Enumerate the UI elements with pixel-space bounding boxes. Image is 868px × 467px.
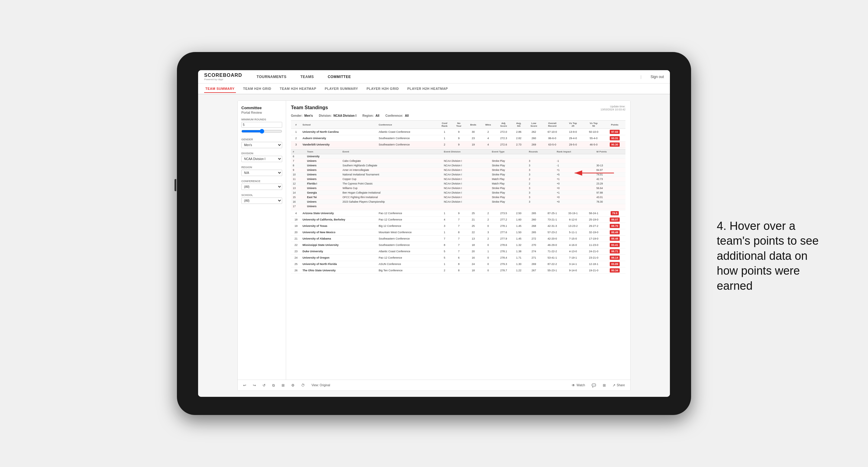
table-row[interactable]: 24University of OregonPac-12 Conference5…	[291, 255, 625, 261]
cell-vs50: 58-24-1	[583, 210, 604, 217]
sidebar-select-school[interactable]: (All)	[241, 197, 282, 204]
comment-button[interactable]: 💬	[590, 383, 598, 388]
col-conference: Conference	[377, 121, 437, 129]
sidebar-section-gender: Gender Men's Women's	[241, 138, 282, 148]
watch-icon: 👁	[571, 383, 575, 387]
sidebar-select-conference[interactable]: (All)	[241, 184, 282, 190]
logo-sub: Powered by clippi	[204, 78, 242, 81]
exp-col-type: Event Type	[490, 149, 527, 154]
sidebar-select-gender[interactable]: Men's Women's	[241, 142, 282, 148]
filter-division-value: NCAA Division I	[334, 114, 356, 117]
tab-player-h2h-heatmap[interactable]: PLAYER H2H HEATMAP	[406, 85, 449, 93]
filter-gender-label: Gender:	[291, 114, 303, 117]
table-row[interactable]: 19University of TexasBig 12 Conference37…	[291, 223, 625, 229]
expanded-table-row: 17Univers	[291, 204, 625, 209]
sidebar: Committee Portal Review Minimum Rounds G…	[238, 101, 286, 380]
cell-adj-score: 272.3	[495, 135, 512, 142]
tab-team-summary[interactable]: TEAM SUMMARY	[204, 85, 236, 93]
exp-col-num: #	[291, 149, 305, 154]
cell-points[interactable]: 79.5	[604, 210, 625, 217]
cell-points[interactable]: 93.31	[604, 135, 625, 142]
table-row[interactable]: 20University of New MexicoMountain West …	[291, 229, 625, 236]
tab-player-h2h-grid[interactable]: PLAYER H2H GRID	[365, 85, 400, 93]
cell-overall: 87-25-1	[542, 210, 562, 217]
undo-button[interactable]: ↩	[241, 383, 248, 388]
tablet-side-button[interactable]	[175, 179, 176, 191]
table-row[interactable]: 25University of North FloridaASUN Confer…	[291, 261, 625, 268]
filter-conference-value: All	[405, 114, 409, 117]
filter-gender-value: Men's	[304, 114, 313, 117]
table-row[interactable]: 18University of California, BerkeleyPac-…	[291, 217, 625, 223]
col-vs25: Vs Top25	[562, 121, 583, 129]
table-row[interactable]: 1 University of North Carolina Atlantic …	[291, 129, 625, 135]
col-school: School	[301, 121, 377, 129]
update-time-label: Update time:	[610, 105, 625, 108]
paste-button[interactable]: ⊞	[280, 383, 286, 388]
reset-button[interactable]: ↺	[261, 383, 267, 388]
clock-button[interactable]: ⏱	[300, 383, 307, 388]
sign-out-button[interactable]: Sign out	[651, 75, 664, 79]
table-row[interactable]: 23Duke UniversityAtlantic Coast Conferen…	[291, 248, 625, 255]
cell-points[interactable]: 97.02	[604, 129, 625, 135]
grid-button[interactable]: ⊞	[601, 383, 608, 388]
bottom-bar: ↩ ↪ ↺ ⧉ ⊞ ⚙	[238, 380, 630, 391]
table-row[interactable]: 22Mississippi State UniversitySoutheaste…	[291, 242, 625, 248]
tab-bar: TEAM SUMMARY TEAM H2H GRID TEAM H2H HEAT…	[198, 84, 670, 94]
col-overall: OverallRecord	[542, 121, 562, 129]
sidebar-range-rounds[interactable]	[241, 129, 282, 134]
cell-no-tour: 9	[452, 142, 465, 148]
cell-overall: 86-6-0	[542, 135, 562, 142]
nav-teams[interactable]: TEAMS	[298, 73, 316, 80]
tablet-frame: SCOREBOARD Powered by clippi TOURNAMENTS…	[177, 52, 691, 415]
view-button[interactable]: View: Original	[310, 383, 332, 387]
col-low-score: LowScore	[526, 121, 542, 129]
table-row-highlighted[interactable]: 3 Vanderbilt University Southeastern Con…	[291, 142, 625, 148]
sidebar-input-rounds[interactable]	[241, 122, 282, 128]
settings-button[interactable]: ⚙	[289, 383, 297, 388]
share-button[interactable]: ↗ Share	[611, 383, 627, 388]
cell-no-tour: 9	[452, 210, 465, 217]
table-row[interactable]: 21University of AlabamaSoutheastern Conf…	[291, 236, 625, 242]
cell-vs25: 33-19-1	[562, 210, 583, 217]
redo-button[interactable]: ↪	[251, 383, 258, 388]
watch-button[interactable]: 👁 Watch	[570, 383, 587, 388]
cell-avg-sg: 2.73	[512, 142, 526, 148]
tab-player-summary[interactable]: PLAYER SUMMARY	[323, 85, 359, 93]
cell-avg-sg: 2.86	[512, 129, 526, 135]
cell-points[interactable]: 90.30	[604, 142, 625, 148]
exp-col-div: Event Division	[442, 149, 490, 154]
sidebar-select-region[interactable]: N/A All	[241, 170, 282, 176]
col-vs50: Vs Top50	[583, 121, 604, 129]
cell-wins: 4	[481, 135, 495, 142]
reset-icon: ↺	[262, 383, 266, 387]
filter-gender: Gender: Men's	[291, 114, 313, 117]
exp-col-team: Team	[305, 149, 341, 154]
cell-conference: Southeastern Conference	[377, 135, 437, 142]
sidebar-section-rounds: Minimum Rounds	[241, 118, 282, 134]
cell-vs50: 55-4-0	[583, 135, 604, 142]
tab-team-h2h-grid[interactable]: TEAM H2H GRID	[242, 85, 273, 93]
nav-committee[interactable]: COMMITTEE	[326, 73, 353, 80]
cell-bnds: 30	[466, 129, 481, 135]
cell-no-tour: 9	[452, 135, 465, 142]
copy-icon: ⧉	[272, 383, 275, 387]
copy-button[interactable]: ⧉	[270, 383, 277, 388]
sidebar-label-conference: Conference	[241, 180, 282, 183]
table-row[interactable]: 2 Auburn University Southeastern Confere…	[291, 135, 625, 142]
nav-tournaments[interactable]: TOURNAMENTS	[254, 73, 289, 80]
sidebar-subtitle: Portal Review	[241, 111, 282, 114]
grid-icon: ⊞	[603, 383, 606, 387]
comment-icon: 💬	[592, 383, 596, 387]
cell-conference: Atlantic Coast Conference	[377, 129, 437, 135]
expanded-table-row: 12Florida IThe Cypress Point ClassicNCAA…	[291, 182, 625, 186]
table-row[interactable]: 26The Ohio State UniversityBig Ten Confe…	[291, 268, 625, 274]
tab-team-h2h-heatmap[interactable]: TEAM H2H HEATMAP	[279, 85, 317, 93]
cell-conf-rank: 1	[437, 210, 452, 217]
panel-title: Team Standings	[291, 105, 328, 111]
sidebar-select-division[interactable]: NCAA Division I NCAA Division II	[241, 156, 282, 162]
filter-conference-label: Conference:	[385, 114, 403, 117]
cell-low-score: 262	[526, 129, 542, 135]
table-row[interactable]: 4 Arizona State University Pac-12 Confer…	[291, 210, 625, 217]
cell-avg-sg: 2.82	[512, 135, 526, 142]
expanded-table-row: 6University	[291, 154, 625, 159]
